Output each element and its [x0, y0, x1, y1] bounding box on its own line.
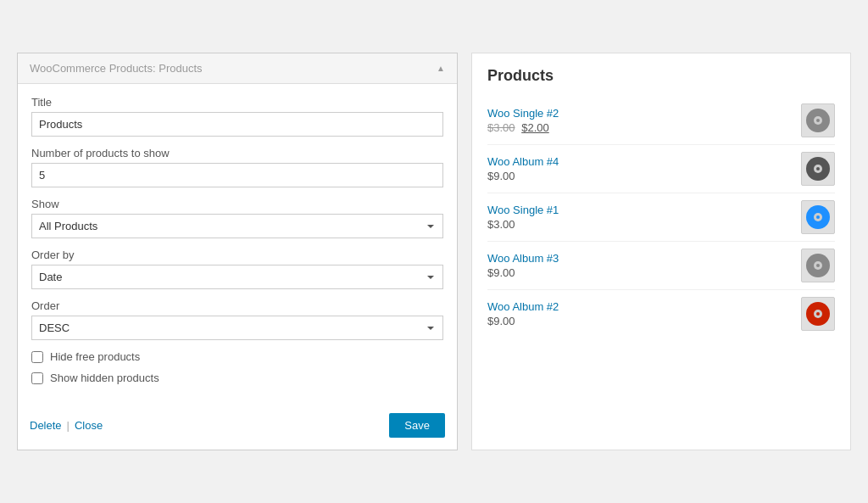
- list-item: Woo Album #2 $9.00: [487, 290, 835, 338]
- product-name[interactable]: Woo Album #2: [487, 300, 559, 313]
- order-select-wrapper: DESC ASC: [31, 316, 443, 340]
- list-item: Woo Single #2 $3.00 $2.00: [487, 97, 835, 145]
- thumbnail-image: [804, 155, 832, 182]
- show-hidden-group: Show hidden products: [31, 372, 443, 384]
- product-thumbnail: [801, 249, 835, 282]
- show-select-wrapper: All Products Featured Products On Sale P…: [31, 214, 443, 238]
- order-field-group: Order DESC ASC: [31, 299, 443, 340]
- product-thumbnail: [801, 152, 835, 186]
- hide-free-checkbox[interactable]: [31, 351, 43, 363]
- panel-footer: Delete | Close Save: [18, 405, 457, 450]
- orderby-select-wrapper: Date Title Price Random: [31, 265, 443, 289]
- products-preview-title: Products: [487, 67, 835, 85]
- product-thumbnail: [801, 297, 835, 331]
- close-link[interactable]: Close: [75, 419, 103, 432]
- product-price: $3.00 $2.00: [487, 121, 559, 134]
- orderby-select[interactable]: Date Title Price Random: [31, 265, 443, 289]
- svg-point-5: [816, 167, 820, 170]
- svg-point-11: [816, 264, 820, 267]
- product-name[interactable]: Woo Album #3: [487, 252, 559, 265]
- save-button[interactable]: Save: [389, 413, 445, 438]
- show-hidden-checkbox[interactable]: [31, 372, 43, 384]
- panel-header-title: WooCommerce Products: Products: [30, 62, 203, 75]
- original-price: $3.00: [487, 121, 515, 134]
- orderby-field-group: Order by Date Title Price Random: [31, 249, 443, 289]
- order-label: Order: [31, 299, 443, 312]
- delete-link[interactable]: Delete: [30, 419, 62, 432]
- order-select[interactable]: DESC ASC: [31, 316, 443, 340]
- product-info: Woo Album #3 $9.00: [487, 252, 559, 279]
- panel-body: Title Number of products to show Show Al…: [18, 84, 457, 405]
- product-info: Woo Single #1 $3.00: [487, 204, 559, 231]
- count-input[interactable]: [31, 163, 443, 187]
- thumbnail-image: [804, 252, 832, 279]
- svg-point-2: [816, 119, 820, 122]
- regular-price: $9.00: [487, 266, 515, 279]
- svg-point-14: [816, 312, 820, 316]
- thumbnail-image: [804, 107, 832, 134]
- show-label: Show: [31, 198, 443, 210]
- thumbnail-image: [804, 300, 832, 327]
- title-input[interactable]: [31, 112, 443, 137]
- list-item: Woo Single #1 $3.00: [487, 193, 835, 242]
- title-label: Title: [31, 96, 443, 109]
- regular-price: $3.00: [487, 218, 515, 231]
- title-field-group: Title: [31, 96, 443, 137]
- footer-separator: |: [67, 419, 70, 432]
- product-info: Woo Single #2 $3.00 $2.00: [487, 107, 559, 134]
- widget-name: WooCommerce Products:: [30, 62, 156, 75]
- svg-point-8: [816, 215, 820, 219]
- widget-editor-panel: WooCommerce Products: Products ▲ Title N…: [17, 53, 458, 450]
- show-hidden-label: Show hidden products: [50, 372, 159, 384]
- product-name[interactable]: Woo Single #2: [487, 107, 559, 120]
- product-price: $9.00: [487, 170, 559, 182]
- product-list: Woo Single #2 $3.00 $2.00: [487, 97, 835, 338]
- count-label: Number of products to show: [31, 147, 443, 159]
- product-info: Woo Album #2 $9.00: [487, 300, 559, 327]
- product-name[interactable]: Woo Album #4: [487, 155, 559, 168]
- regular-price: $9.00: [487, 315, 515, 327]
- collapse-icon[interactable]: ▲: [437, 64, 445, 73]
- orderby-label: Order by: [31, 249, 443, 261]
- regular-price: $9.00: [487, 170, 515, 182]
- product-thumbnail: [801, 103, 835, 137]
- list-item: Woo Album #3 $9.00: [487, 242, 835, 290]
- widget-subtitle: Products: [159, 62, 202, 75]
- count-field-group: Number of products to show: [31, 147, 443, 187]
- sale-price: $2.00: [521, 121, 549, 134]
- list-item: Woo Album #4 $9.00: [487, 145, 835, 193]
- panel-header: WooCommerce Products: Products ▲: [18, 53, 457, 84]
- show-select[interactable]: All Products Featured Products On Sale P…: [31, 214, 443, 238]
- product-info: Woo Album #4 $9.00: [487, 155, 559, 182]
- products-preview-panel: Products Woo Single #2 $3.00 $2.00: [471, 53, 851, 450]
- hide-free-group: Hide free products: [31, 350, 443, 363]
- product-price: $9.00: [487, 266, 559, 279]
- product-name[interactable]: Woo Single #1: [487, 204, 559, 216]
- show-field-group: Show All Products Featured Products On S…: [31, 198, 443, 238]
- hide-free-label: Hide free products: [50, 350, 140, 363]
- thumbnail-image: [804, 204, 832, 231]
- footer-links: Delete | Close: [30, 419, 103, 432]
- product-thumbnail: [801, 200, 835, 234]
- main-container: WooCommerce Products: Products ▲ Title N…: [0, 36, 868, 467]
- product-price: $3.00: [487, 218, 559, 231]
- product-price: $9.00: [487, 315, 559, 327]
